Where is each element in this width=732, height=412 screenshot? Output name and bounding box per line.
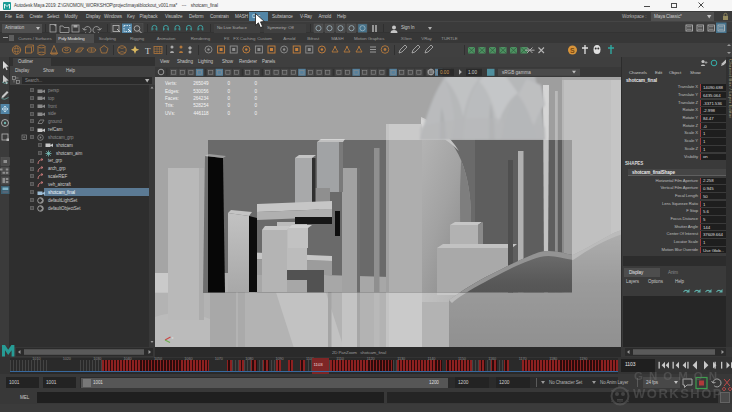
svg-text:1.00: 1.00 bbox=[468, 70, 477, 75]
svg-text:446118: 446118 bbox=[194, 111, 209, 116]
svg-text:265049: 265049 bbox=[193, 81, 209, 86]
svg-text:0: 0 bbox=[227, 89, 230, 94]
svg-text:UVs:: UVs: bbox=[165, 111, 175, 116]
svg-text:0.00: 0.00 bbox=[440, 70, 449, 75]
svg-text:0: 0 bbox=[254, 81, 257, 86]
svg-text:530056: 530056 bbox=[193, 89, 209, 94]
svg-text:Faces:: Faces: bbox=[165, 96, 179, 101]
svg-text:0: 0 bbox=[227, 111, 230, 116]
svg-text:x: x bbox=[172, 336, 174, 340]
svg-text:Tris:: Tris: bbox=[165, 103, 174, 108]
svg-text:Edges:: Edges: bbox=[165, 89, 179, 94]
svg-text:528254: 528254 bbox=[193, 103, 209, 108]
svg-text:0: 0 bbox=[254, 89, 257, 94]
svg-text:0: 0 bbox=[227, 96, 230, 101]
svg-text:0: 0 bbox=[254, 103, 257, 108]
svg-text:0: 0 bbox=[227, 103, 230, 108]
svg-text:Verts:: Verts: bbox=[165, 81, 177, 86]
svg-text:sRGB gamma: sRGB gamma bbox=[502, 70, 531, 75]
svg-text:T: T bbox=[145, 46, 151, 56]
svg-text:264234: 264234 bbox=[193, 96, 209, 101]
svg-text:0: 0 bbox=[227, 81, 230, 86]
svg-text:0: 0 bbox=[254, 111, 257, 116]
svg-text:0: 0 bbox=[254, 96, 257, 101]
svg-text:S: S bbox=[570, 47, 575, 54]
